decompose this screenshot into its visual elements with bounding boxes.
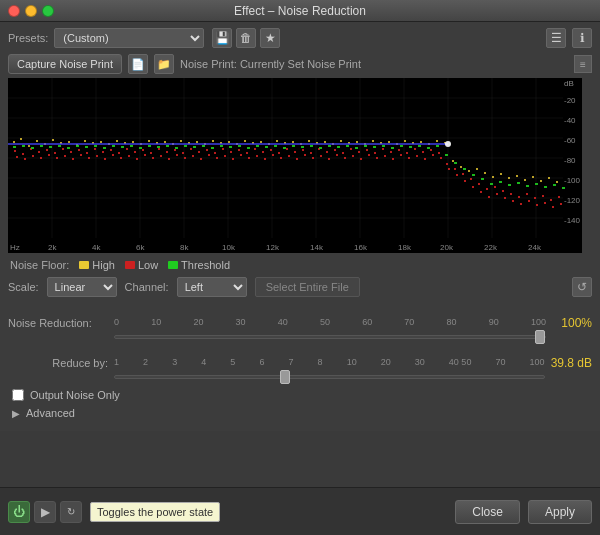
svg-text:8k: 8k bbox=[180, 243, 189, 252]
close-window-button[interactable] bbox=[8, 5, 20, 17]
svg-rect-270 bbox=[409, 146, 412, 148]
preset-info: ☰ ℹ bbox=[286, 28, 592, 48]
svg-rect-228 bbox=[31, 147, 34, 149]
svg-rect-240 bbox=[139, 147, 142, 149]
svg-rect-245 bbox=[184, 145, 187, 147]
favorite-preset-button[interactable]: ★ bbox=[260, 28, 280, 48]
svg-rect-257 bbox=[292, 145, 295, 147]
svg-rect-193 bbox=[304, 154, 306, 156]
svg-rect-137 bbox=[406, 152, 408, 154]
svg-rect-190 bbox=[280, 157, 282, 159]
window-controls[interactable] bbox=[8, 5, 54, 17]
svg-rect-168 bbox=[104, 158, 106, 160]
play-button[interactable]: ▶ bbox=[34, 501, 56, 523]
svg-rect-219 bbox=[512, 200, 514, 202]
advanced-row[interactable]: ▶ Advanced bbox=[8, 407, 592, 419]
svg-rect-95 bbox=[70, 151, 72, 153]
noise-print-file-icon[interactable]: 📄 bbox=[128, 54, 148, 74]
svg-rect-54 bbox=[292, 141, 294, 143]
svg-rect-64 bbox=[372, 140, 374, 142]
svg-rect-169 bbox=[112, 154, 114, 156]
svg-rect-221 bbox=[528, 200, 530, 202]
reduce-by-label: Reduce by: bbox=[8, 357, 108, 369]
svg-rect-202 bbox=[376, 157, 378, 159]
svg-rect-19 bbox=[13, 141, 15, 143]
svg-rect-131 bbox=[358, 151, 360, 153]
noise-reduction-slider-wrapper: 0102030405060708090100 bbox=[114, 305, 546, 341]
svg-rect-109 bbox=[182, 152, 184, 154]
svg-rect-282 bbox=[517, 182, 520, 184]
apply-button[interactable]: Apply bbox=[528, 500, 592, 524]
svg-rect-201 bbox=[368, 154, 370, 156]
loop-button[interactable]: ↻ bbox=[60, 501, 82, 523]
svg-rect-125 bbox=[310, 152, 312, 154]
svg-rect-24 bbox=[52, 139, 54, 141]
presets-select[interactable]: (Custom) bbox=[54, 28, 204, 48]
reset-button[interactable]: ↺ bbox=[572, 277, 592, 297]
minimize-window-button[interactable] bbox=[25, 5, 37, 17]
noise-reduction-row: Noise Reduction: 0102030405060708090100 … bbox=[8, 305, 592, 341]
svg-rect-100 bbox=[110, 149, 112, 151]
svg-rect-210 bbox=[440, 157, 442, 159]
output-noise-only-label[interactable]: Output Noise Only bbox=[30, 389, 120, 401]
svg-rect-117 bbox=[246, 152, 248, 154]
noise-print-row: Capture Noise Print 📄 📁 Noise Print: Cur… bbox=[8, 54, 592, 74]
svg-rect-86 bbox=[548, 177, 550, 179]
delete-preset-button[interactable]: 🗑 bbox=[236, 28, 256, 48]
svg-rect-157 bbox=[16, 156, 18, 158]
svg-rect-101 bbox=[118, 152, 120, 154]
maximize-window-button[interactable] bbox=[42, 5, 54, 17]
save-preset-button[interactable]: 💾 bbox=[212, 28, 232, 48]
svg-rect-58 bbox=[324, 141, 326, 143]
svg-rect-247 bbox=[202, 145, 205, 147]
noise-print-collapse-button[interactable]: ≡ bbox=[574, 55, 592, 73]
presets-label: Presets: bbox=[8, 32, 48, 44]
svg-rect-99 bbox=[102, 151, 104, 153]
reduce-by-slider[interactable] bbox=[114, 375, 545, 379]
svg-rect-185 bbox=[240, 154, 242, 156]
scale-select[interactable]: Linear Logarithmic bbox=[47, 277, 117, 297]
svg-rect-206 bbox=[408, 157, 410, 159]
power-button[interactable]: ⏻ bbox=[8, 501, 30, 523]
svg-rect-85 bbox=[540, 180, 542, 182]
noise-reduction-slider[interactable] bbox=[114, 335, 546, 339]
svg-rect-269 bbox=[400, 145, 403, 147]
svg-rect-182 bbox=[216, 157, 218, 159]
svg-rect-216 bbox=[488, 196, 490, 198]
output-noise-only-checkbox[interactable] bbox=[12, 389, 24, 401]
svg-rect-172 bbox=[136, 158, 138, 160]
svg-text:16k: 16k bbox=[354, 243, 368, 252]
svg-rect-186 bbox=[248, 157, 250, 159]
svg-text:6k: 6k bbox=[136, 243, 145, 252]
noise-reduction-ticks: 0102030405060708090100 bbox=[114, 317, 546, 327]
svg-rect-151 bbox=[518, 196, 520, 198]
svg-rect-56 bbox=[308, 140, 310, 142]
svg-rect-152 bbox=[526, 193, 528, 195]
svg-rect-246 bbox=[193, 146, 196, 148]
legend-high: High bbox=[79, 259, 115, 271]
svg-rect-108 bbox=[174, 149, 176, 151]
svg-rect-235 bbox=[94, 145, 97, 147]
close-button[interactable]: Close bbox=[455, 500, 520, 524]
capture-noise-print-button[interactable]: Capture Noise Print bbox=[8, 54, 122, 74]
menu-icon[interactable]: ☰ bbox=[546, 28, 566, 48]
svg-rect-84 bbox=[532, 176, 534, 178]
noise-floor-label: Noise Floor: bbox=[10, 259, 69, 271]
channel-select[interactable]: Left Right Both bbox=[177, 277, 247, 297]
power-tooltip: Toggles the power state bbox=[90, 502, 220, 522]
svg-rect-134 bbox=[382, 148, 384, 150]
svg-rect-207 bbox=[416, 155, 418, 157]
svg-rect-50 bbox=[260, 141, 262, 143]
svg-rect-267 bbox=[382, 145, 385, 147]
svg-rect-222 bbox=[536, 204, 538, 206]
select-entire-file-button[interactable]: Select Entire File bbox=[255, 277, 360, 297]
noise-print-folder-icon[interactable]: 📁 bbox=[154, 54, 174, 74]
svg-rect-280 bbox=[499, 181, 502, 183]
svg-rect-214 bbox=[472, 186, 474, 188]
svg-rect-174 bbox=[152, 157, 154, 159]
svg-rect-177 bbox=[176, 154, 178, 156]
noise-print-text: Noise Print: Currently Set Noise Print bbox=[180, 58, 361, 70]
svg-rect-236 bbox=[103, 147, 106, 149]
svg-text:-120: -120 bbox=[564, 196, 581, 205]
info-icon[interactable]: ℹ bbox=[572, 28, 592, 48]
